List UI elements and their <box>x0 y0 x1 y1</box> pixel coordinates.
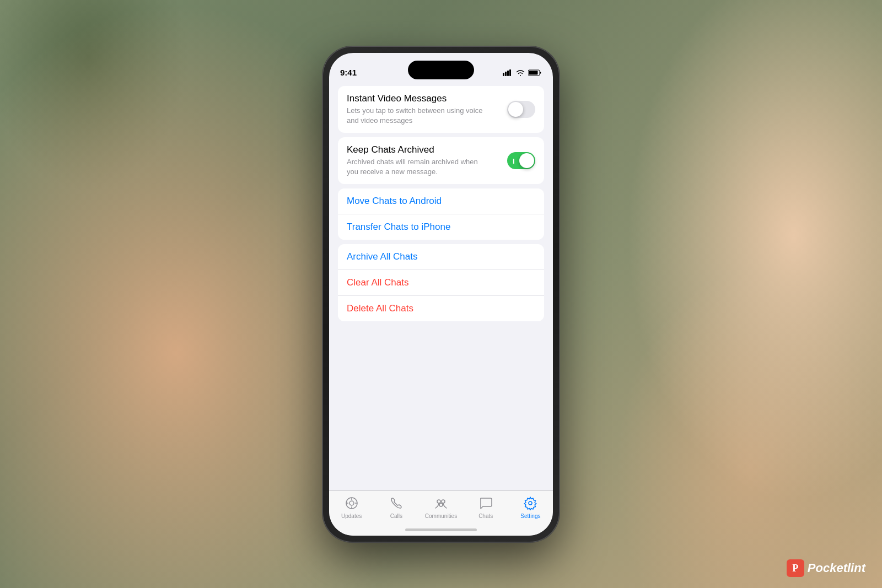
keep-archived-toggle[interactable]: I <box>507 152 535 169</box>
toggle-knob-off <box>508 102 523 117</box>
pocketlint-text: Pocketlint <box>808 561 865 575</box>
wifi-icon <box>516 69 525 76</box>
transfer-section: Move Chats to Android Transfer Chats to … <box>338 188 544 240</box>
toggle-i-label: I <box>513 157 515 165</box>
svg-rect-3 <box>509 69 511 76</box>
chats-icon <box>478 495 493 511</box>
keep-archived-section: Keep Chats Archived Archived chats will … <box>338 137 544 184</box>
svg-rect-1 <box>505 72 507 76</box>
tab-updates[interactable]: Updates <box>329 495 374 519</box>
tab-settings[interactable]: Settings <box>508 495 553 519</box>
tab-updates-label: Updates <box>341 513 362 519</box>
tab-settings-label: Settings <box>520 513 540 519</box>
svg-point-12 <box>437 500 440 503</box>
tab-chats-label: Chats <box>478 513 493 519</box>
tab-calls-label: Calls <box>390 513 402 519</box>
settings-body: Instant Video Messages Lets you tap to s… <box>329 86 553 490</box>
tab-chats[interactable]: Chats <box>464 495 508 519</box>
keep-archived-label-wrap: Keep Chats Archived Archived chats will … <box>347 144 507 177</box>
transfer-chats-iphone-row[interactable]: Transfer Chats to iPhone <box>338 214 544 240</box>
battery-icon <box>528 69 542 76</box>
tab-communities-label: Communities <box>425 513 457 519</box>
pocketlint-watermark: P Pocketlint <box>787 559 865 577</box>
communities-icon <box>433 495 449 511</box>
clear-all-chats-row[interactable]: Clear All Chats <box>338 270 544 296</box>
keep-archived-label: Keep Chats Archived <box>347 144 507 155</box>
svg-rect-2 <box>507 71 509 76</box>
phone-outer: 9:41 <box>322 46 560 542</box>
move-chats-android-label: Move Chats to Android <box>347 196 442 207</box>
svg-point-13 <box>442 500 445 503</box>
delete-all-chats-row[interactable]: Delete All Chats <box>338 296 544 321</box>
home-indicator <box>405 528 477 531</box>
status-icons <box>503 69 542 76</box>
svg-point-15 <box>529 501 532 505</box>
instant-video-sublabel: Lets you tap to switch between using voi… <box>347 106 490 126</box>
delete-all-chats-label: Delete All Chats <box>347 303 413 314</box>
instant-video-label-wrap: Instant Video Messages Lets you tap to s… <box>347 93 507 126</box>
instant-video-row: Instant Video Messages Lets you tap to s… <box>338 86 544 133</box>
settings-icon <box>523 495 538 511</box>
phone-screen: 9:41 <box>329 53 553 536</box>
archive-all-chats-row[interactable]: Archive All Chats <box>338 244 544 270</box>
tab-communities[interactable]: Communities <box>418 495 463 519</box>
keep-archived-row: Keep Chats Archived Archived chats will … <box>338 137 544 184</box>
move-chats-android-row[interactable]: Move Chats to Android <box>338 188 544 214</box>
dynamic-island <box>408 61 474 79</box>
toggle-knob-on <box>519 153 534 168</box>
keep-archived-sublabel: Archived chats will remain archived when… <box>347 157 490 177</box>
clear-all-chats-label: Clear All Chats <box>347 277 408 288</box>
tab-calls[interactable]: Calls <box>374 495 418 519</box>
instant-video-section: Instant Video Messages Lets you tap to s… <box>338 86 544 133</box>
instant-video-label: Instant Video Messages <box>347 93 507 104</box>
transfer-chats-iphone-label: Transfer Chats to iPhone <box>347 222 450 233</box>
archive-all-chats-label: Archive All Chats <box>347 251 418 262</box>
svg-rect-5 <box>529 71 538 74</box>
svg-point-14 <box>439 503 443 506</box>
status-time: 9:41 <box>340 68 357 77</box>
instant-video-toggle[interactable] <box>507 101 535 118</box>
phone-wrapper: 9:41 <box>322 46 560 542</box>
calls-icon <box>389 495 404 511</box>
pocketlint-logo: P <box>787 559 804 577</box>
danger-section: Archive All Chats Clear All Chats Delete… <box>338 244 544 321</box>
signal-icon <box>503 69 513 76</box>
updates-icon <box>344 495 359 511</box>
svg-point-7 <box>349 501 354 505</box>
screen-content: 9:41 <box>329 53 553 536</box>
svg-rect-0 <box>503 73 504 76</box>
